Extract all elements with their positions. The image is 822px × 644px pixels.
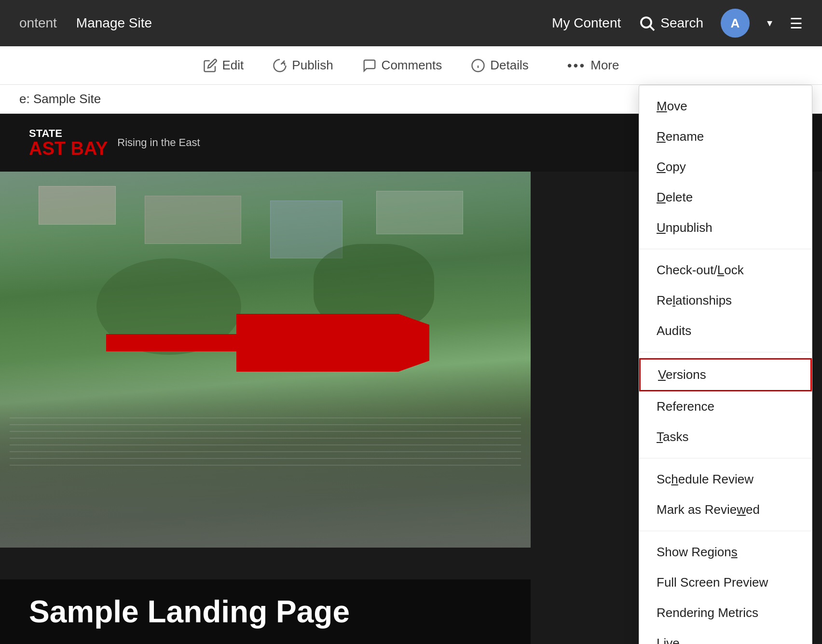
- mark-reviewed-item[interactable]: Mark as Reviewed: [639, 495, 812, 525]
- publish-label: Publish: [292, 58, 333, 73]
- building-shape-3: [270, 201, 342, 258]
- relationships-item[interactable]: Relationships: [639, 285, 812, 316]
- delete-item[interactable]: Delete: [639, 182, 812, 213]
- logo-tagline: Rising in the East: [117, 136, 200, 149]
- red-arrow: [92, 314, 429, 372]
- more-dropdown-menu: Move Rename Copy Delete Unpublish Check-…: [639, 85, 812, 644]
- nav-manage-site[interactable]: Manage Site: [76, 15, 152, 31]
- search-icon: [638, 14, 656, 32]
- site-logo: STATE AST BAY Rising in the East: [29, 128, 200, 158]
- hamburger-menu-icon[interactable]: ☰: [790, 15, 803, 32]
- parking-lines: [10, 417, 521, 538]
- building-shape-1: [39, 186, 116, 225]
- nav-content[interactable]: ontent: [19, 15, 57, 31]
- more-button[interactable]: ••• More: [567, 58, 619, 73]
- comments-icon: [362, 58, 377, 73]
- breadcrumb-text: e: Sample Site: [19, 92, 101, 107]
- dropdown-section-5: Show Regions Full Screen Preview Renderi…: [639, 531, 812, 644]
- details-button[interactable]: Details: [471, 58, 528, 73]
- comments-label: Comments: [382, 58, 442, 73]
- search-label: Search: [660, 15, 703, 31]
- top-navigation: ontent Manage Site My Content Search A ▾…: [0, 0, 822, 46]
- details-label: Details: [490, 58, 528, 73]
- show-regions-item[interactable]: Show Regions: [639, 537, 812, 567]
- rename-item[interactable]: Rename: [639, 121, 812, 152]
- nav-my-content[interactable]: My Content: [552, 15, 621, 31]
- dropdown-section-2: Check-out/Lock Relationships Audits: [639, 249, 812, 352]
- rendering-metrics-item[interactable]: Rendering Metrics: [639, 598, 812, 628]
- audits-item[interactable]: Audits: [639, 316, 812, 346]
- live-item[interactable]: Live: [639, 628, 812, 644]
- page-toolbar: Edit Publish Comments Details ••• More: [0, 46, 822, 85]
- page-title-overlay: Sample Landing Page: [0, 579, 531, 644]
- chevron-down-icon[interactable]: ▾: [767, 17, 772, 29]
- logo-bay: AST BAY: [29, 139, 108, 158]
- edit-label: Edit: [222, 58, 244, 73]
- publish-icon: [273, 58, 287, 73]
- avatar[interactable]: A: [721, 9, 750, 38]
- publish-button[interactable]: Publish: [273, 58, 333, 73]
- svg-line-1: [650, 27, 654, 30]
- details-icon: [471, 58, 485, 73]
- building-shape-4: [376, 191, 463, 234]
- fullscreen-preview-item[interactable]: Full Screen Preview: [639, 567, 812, 598]
- schedule-review-item[interactable]: Schedule Review: [639, 464, 812, 495]
- edit-icon: [203, 58, 218, 73]
- logo-state: STATE: [29, 128, 108, 139]
- move-item[interactable]: Move: [639, 91, 812, 121]
- page-title-text: Sample Landing Page: [29, 594, 502, 630]
- dropdown-section-4: Schedule Review Mark as Reviewed: [639, 458, 812, 531]
- checkout-lock-item[interactable]: Check-out/Lock: [639, 255, 812, 285]
- unpublish-item[interactable]: Unpublish: [639, 213, 812, 243]
- tasks-item[interactable]: Tasks: [639, 422, 812, 452]
- more-label: More: [590, 58, 619, 73]
- svg-point-0: [641, 17, 651, 27]
- dropdown-section-3: Versions Reference Tasks: [639, 352, 812, 458]
- dropdown-section-1: Move Rename Copy Delete Unpublish: [639, 85, 812, 249]
- versions-item[interactable]: Versions: [639, 358, 812, 391]
- building-shape-2: [145, 196, 241, 244]
- edit-button[interactable]: Edit: [203, 58, 244, 73]
- reference-item[interactable]: Reference: [639, 391, 812, 422]
- copy-item[interactable]: Copy: [639, 152, 812, 182]
- more-dots-icon: •••: [567, 58, 586, 73]
- logo-text: STATE AST BAY: [29, 128, 108, 158]
- comments-button[interactable]: Comments: [362, 58, 442, 73]
- nav-search[interactable]: Search: [638, 14, 703, 32]
